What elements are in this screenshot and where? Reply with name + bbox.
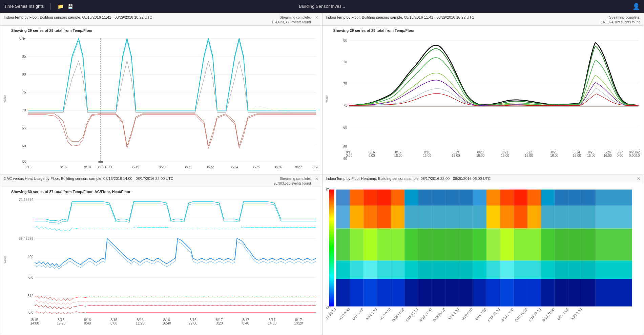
svg-text:16:00: 16:00 [476, 154, 484, 158]
svg-text:8/19 5:10: 8/19 5:10 [461, 307, 473, 321]
svg-rect-146 [363, 205, 377, 228]
chart-subtitle-bottom-left: Showing 30 series of 87 total from Temp/… [11, 190, 318, 194]
svg-rect-181 [568, 228, 582, 260]
panel-top-right: IndoorTemp by Floor, Building sensors sa… [322, 13, 644, 174]
svg-rect-184 [336, 260, 350, 279]
svg-rect-193 [459, 260, 473, 279]
y-axis-label-bottom-left: value [3, 256, 6, 264]
svg-rect-201 [568, 260, 582, 279]
svg-rect-142 [582, 189, 596, 205]
svg-rect-207 [377, 279, 391, 306]
svg-text:0:40: 0:40 [84, 321, 91, 325]
svg-rect-223 [596, 279, 632, 306]
panel-top-left: IndoorTemp by Floor, Building sensors sa… [0, 13, 322, 174]
svg-text:80: 80 [22, 72, 26, 76]
panel-bottom-left: 2 AC versus Heat Usage by Floor, Buildin… [0, 174, 322, 335]
svg-text:8/19 2:30: 8/19 2:30 [447, 307, 459, 321]
svg-rect-156 [500, 205, 514, 228]
svg-text:3:20: 3:20 [216, 321, 223, 325]
svg-rect-173 [459, 228, 473, 260]
svg-rect-159 [541, 205, 555, 228]
svg-rect-140 [555, 189, 568, 205]
svg-text:60: 60 [22, 144, 26, 148]
svg-rect-42 [99, 161, 103, 163]
svg-text:8/28: 8/28 [313, 165, 318, 168]
svg-text:8/20 1:00: 8/20 1:00 [557, 307, 569, 321]
svg-text:409: 409 [27, 255, 34, 258]
svg-text:8/18 9:10: 8/18 9:10 [379, 307, 391, 321]
svg-text:8/27: 8/27 [295, 165, 302, 168]
chart-svg-element-bottom-left: 72.65574 69.42579 409 0.0 312 0.0 [11, 195, 318, 330]
svg-text:8/17 22:00: 8/17 22:00 [326, 307, 337, 322]
panel-header-bottom-right: IndoorTemp by Floor Heatmap, Building se… [323, 174, 644, 182]
panel-header-top-left: IndoorTemp by Floor, Building sensors sa… [0, 13, 322, 26]
user-icon[interactable]: 👤 [632, 3, 640, 10]
svg-text:8/16: 8/16 [60, 165, 67, 168]
svg-rect-196 [500, 260, 514, 279]
panel-header-top-right: IndoorTemp by Floor, Building sensors sa… [323, 13, 644, 26]
panel-meta-top-right: Streaming complete. 161,024,189 events f… [601, 15, 640, 25]
folder-icon[interactable]: 📁 [58, 4, 63, 9]
panel-close-bottom-right[interactable]: ✕ [637, 176, 640, 181]
svg-rect-186 [363, 260, 377, 279]
svg-rect-132 [445, 189, 459, 205]
panel-close-bottom-left[interactable]: ✕ [315, 176, 318, 181]
svg-text:19:20: 19:20 [57, 321, 65, 325]
chart-area-bottom-left: Showing 30 series of 87 total from Temp/… [0, 187, 322, 333]
title-bar-center: Building Sensor Inves... [216, 4, 428, 9]
svg-text:78: 78 [343, 60, 347, 64]
svg-rect-204 [336, 279, 350, 306]
chart-svg-top-right: 80 78 75 71 68 65 60 [333, 34, 641, 169]
panel-title-top-right: IndoorTemp by Floor, Building sensors sa… [326, 15, 474, 19]
svg-text:8/19 21:50: 8/19 21:50 [541, 307, 555, 322]
svg-rect-202 [582, 260, 596, 279]
svg-text:14:00: 14:00 [268, 321, 276, 325]
svg-text:8/19 13:30: 8/19 13:30 [501, 307, 514, 322]
chart-subtitle-top-right: Showing 29 series of 29 total from Temp/… [333, 28, 641, 33]
svg-text:65: 65 [343, 145, 347, 149]
svg-rect-150 [418, 205, 432, 228]
svg-rect-171 [432, 228, 445, 260]
svg-rect-182 [582, 228, 596, 260]
svg-rect-133 [459, 189, 473, 205]
svg-text:8/18 15:00: 8/18 15:00 [405, 307, 418, 322]
svg-text:8/24: 8/24 [231, 165, 238, 168]
title-bar: Time Series Insights 📁 💾 Building Sensor… [0, 0, 644, 13]
svg-text:0.0: 0.0 [28, 311, 34, 314]
svg-rect-206 [363, 279, 377, 306]
svg-rect-169 [404, 228, 418, 260]
save-icon[interactable]: 💾 [67, 4, 73, 9]
panel-close-top-left[interactable]: ✕ [315, 15, 318, 20]
svg-rect-155 [486, 205, 500, 228]
svg-text:0:00: 0:00 [617, 154, 623, 158]
svg-rect-176 [500, 228, 514, 260]
svg-rect-141 [568, 189, 582, 205]
chart-area-bottom-right: 87 53 [323, 182, 644, 329]
svg-rect-124 [336, 189, 350, 205]
svg-text:16:00: 16:00 [452, 154, 460, 158]
svg-rect-177 [514, 228, 527, 260]
svg-rect-199 [541, 260, 555, 279]
svg-text:16:00: 16:00 [550, 154, 559, 158]
svg-text:8/20 3:50: 8/20 3:50 [570, 307, 582, 321]
svg-rect-183 [596, 228, 632, 260]
svg-text:16:00: 16:00 [573, 154, 581, 158]
svg-rect-137 [514, 189, 527, 205]
svg-rect-211 [432, 279, 445, 306]
chart-subtitle-top-left: Showing 29 series of 29 total from Temp/… [11, 28, 318, 33]
svg-text:8/25: 8/25 [253, 165, 260, 168]
svg-rect-165 [350, 228, 363, 260]
svg-rect-154 [473, 205, 486, 228]
svg-rect-203 [596, 260, 632, 279]
svg-rect-144 [336, 205, 350, 228]
chart-area-top-right: Showing 29 series of 29 total from Temp/… [323, 26, 644, 172]
svg-rect-151 [432, 205, 445, 228]
svg-text:68: 68 [343, 125, 347, 129]
panel-title-bottom-left: 2 AC versus Heat Usage by Floor, Buildin… [4, 176, 173, 181]
svg-rect-170 [418, 228, 432, 260]
svg-text:16:00: 16:00 [603, 154, 612, 158]
svg-rect-131 [432, 189, 445, 205]
svg-rect-153 [459, 205, 473, 228]
svg-text:8/19 16:30: 8/19 16:30 [514, 307, 528, 322]
svg-rect-219 [541, 279, 555, 306]
